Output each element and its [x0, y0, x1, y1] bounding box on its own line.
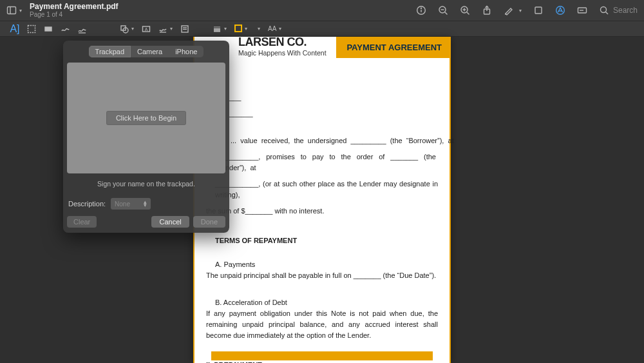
zoom-out-icon[interactable] [438, 5, 448, 15]
chevron-down-icon[interactable]: ▾ [170, 26, 173, 32]
note-icon[interactable] [180, 25, 189, 34]
draw-icon[interactable] [77, 25, 86, 34]
window-toolbar: ▾ Payment Agreement.pdf Page 1 of 4 ▾ Se… [0, 0, 644, 21]
description-value: None [115, 201, 130, 208]
subsection-heading: A. Payments [206, 259, 438, 270]
svg-line-6 [445, 12, 448, 15]
svg-rect-14 [535, 7, 542, 14]
text-style-icon[interactable]: AA [268, 25, 276, 32]
svg-text:A: A [145, 27, 148, 32]
company-tagline: Magic Happens With Content [238, 49, 327, 57]
cancel-button[interactable]: Cancel [151, 216, 189, 228]
info-icon[interactable] [416, 5, 426, 15]
description-label: Description: [68, 200, 106, 208]
svg-point-4 [421, 8, 421, 8]
rect-select-icon[interactable] [27, 25, 36, 34]
subsection-heading: B. Acceleration of Debt [206, 297, 438, 308]
markup-icon[interactable] [555, 5, 565, 15]
svg-point-19 [600, 7, 606, 13]
page-indicator: Page 1 of 4 [30, 11, 118, 18]
stroke-color-icon[interactable] [234, 23, 242, 35]
chevron-down-icon[interactable]: ▾ [224, 26, 227, 32]
svg-line-20 [605, 12, 608, 15]
zoom-in-icon[interactable] [460, 5, 470, 15]
chevron-down-icon[interactable]: ▾ [258, 26, 260, 32]
company-name: LARSEN CO. [238, 35, 327, 49]
search-field[interactable]: Search [599, 5, 638, 15]
chevron-down-icon[interactable]: ▾ [245, 26, 247, 32]
paragraph: ___________, (or at such other place as … [206, 179, 438, 201]
signature-popup: Trackpad Camera iPhone Click Here to Beg… [63, 41, 229, 233]
blank-line: ______ [206, 108, 438, 119]
sketch-icon[interactable] [61, 25, 70, 34]
paragraph: the sum of $_______ with no interest. [206, 206, 438, 217]
sidebar-icon[interactable] [6, 5, 17, 15]
sign-icon[interactable] [158, 25, 167, 34]
paragraph: The unpaid principal shall be payable in… [206, 270, 438, 281]
document-title: Payment Agreement.pdf [30, 3, 118, 11]
blank-line: ___ [206, 92, 438, 103]
chevron-down-icon[interactable]: ▾ [279, 26, 281, 32]
tab-camera[interactable]: Camera [131, 46, 169, 57]
markup-toolbar: A] ▾ A ▾ ▾ ▾ ▾ AA▾ [0, 21, 644, 37]
done-button[interactable]: Done [193, 216, 225, 228]
paragraph: If any payment obligation under this Not… [206, 308, 438, 341]
share-icon[interactable] [482, 5, 492, 15]
footer-accent [211, 351, 433, 360]
section-heading: TERMS OF REPAYMENT [206, 235, 438, 246]
signature-pad[interactable]: Click Here to Begin [67, 63, 225, 173]
tab-trackpad[interactable]: Trackpad [89, 46, 131, 57]
svg-rect-22 [45, 27, 52, 31]
line-style-icon[interactable] [213, 25, 222, 34]
search-icon [599, 5, 609, 15]
paragraph: ___________, promises to pay to the orde… [206, 152, 438, 173]
begin-button[interactable]: Click Here to Begin [106, 111, 186, 125]
signature-instruction: Sign your name on the trackpad. [63, 180, 229, 188]
page-body: ___ ______ ... value received, the under… [194, 61, 450, 363]
form-icon[interactable] [577, 5, 587, 15]
highlight-pen-icon[interactable] [504, 5, 514, 15]
redact-icon[interactable] [44, 25, 53, 34]
svg-rect-21 [28, 25, 35, 32]
signature-source-tabs: Trackpad Camera iPhone [89, 46, 204, 57]
shapes-icon[interactable] [120, 25, 129, 34]
chevron-down-icon[interactable]: ▾ [519, 8, 522, 14]
paragraph: ... value received, the undersigned ____… [206, 135, 438, 146]
chevron-down-icon[interactable]: ▾ [19, 8, 22, 14]
text-select-icon[interactable]: A] [10, 25, 19, 34]
tab-iphone[interactable]: iPhone [169, 46, 204, 57]
rotate-icon[interactable] [533, 5, 544, 15]
document-type-badge: PAYMENT AGREEMENT [336, 37, 451, 58]
search-placeholder: Search [613, 6, 638, 15]
svg-line-9 [467, 12, 469, 15]
description-select[interactable]: None ▴▾ [111, 198, 151, 210]
clear-button[interactable]: Clear [67, 216, 97, 228]
text-icon[interactable]: A [142, 25, 151, 34]
stepper-arrows-icon: ▴▾ [144, 201, 147, 208]
chevron-down-icon[interactable]: ▾ [131, 26, 134, 32]
svg-rect-0 [8, 7, 16, 14]
page-1[interactable]: LARSEN CO. Magic Happens With Content PA… [193, 37, 451, 363]
